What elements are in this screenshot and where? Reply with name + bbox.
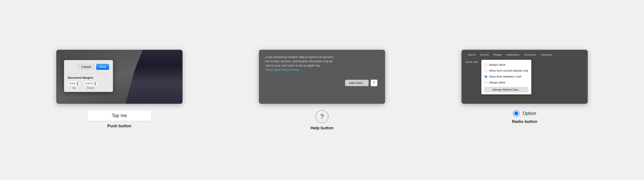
radio-label-always-block: Always block <box>489 63 506 66</box>
cancel-button[interactable]: Cancel <box>78 64 94 70</box>
radio-button-label: Radio button <box>512 119 537 124</box>
apple-pay-content: y use anonymous location data to improve… <box>259 50 385 91</box>
help-button-small[interactable]: ? <box>371 80 378 86</box>
tab-search[interactable]: Search <box>465 52 478 57</box>
apple-pay-link[interactable]: About Apple Pay & Privacy... <box>265 68 301 71</box>
main-container: Cancel Print Document Margins 0.9 in ▲ ▼ <box>0 42 644 138</box>
safari-body: ebsite data: Always block Allow from cur… <box>462 57 588 97</box>
tab-privacy[interactable]: Privacy <box>491 52 504 57</box>
tab-advanced[interactable]: Advanced <box>538 52 554 57</box>
radio-allow-visited[interactable]: Allow from websites I visit <box>484 74 528 80</box>
tap-me-button[interactable]: Tap me <box>87 110 152 121</box>
manage-website-data-button[interactable]: Manage Website Data... <box>484 87 528 92</box>
tab-security[interactable]: Security <box>478 52 491 57</box>
apple-pay-actions: Add Card... ? <box>265 80 379 86</box>
radio-circle-always-block[interactable] <box>484 63 487 66</box>
radio-button-widget[interactable]: Option <box>513 110 536 117</box>
bottom-margin-down[interactable]: ▼ <box>94 84 96 85</box>
radio-circle-allow-visited[interactable] <box>484 75 487 78</box>
bottom-margin-value: 0.97 in <box>86 82 93 85</box>
tab-notifications[interactable]: Notifications <box>504 52 522 57</box>
top-margin-caption: Top <box>72 87 76 89</box>
help-button-widget[interactable]: ? <box>316 110 328 123</box>
print-dialog-screenshot: Cancel Print Document Margins 0.9 in ▲ ▼ <box>56 50 182 104</box>
top-margin-down[interactable]: ▼ <box>77 84 79 85</box>
help-button-label: Help button <box>310 126 334 130</box>
dialog-button-row: Cancel Print <box>68 64 109 70</box>
push-button-column: Cancel Print Document Margins 0.9 in ▲ ▼ <box>26 50 213 128</box>
top-margin-stepper[interactable]: ▲ ▼ <box>77 82 79 85</box>
safari-prefs-screenshot: Search Security Privacy Notifications Ex… <box>462 50 588 104</box>
tab-extensions[interactable]: Extensions <box>522 52 538 57</box>
radio-label-always-allow: Always allow <box>489 81 505 84</box>
top-margin-input-wrapper: 0.9 in ▲ ▼ <box>68 81 80 86</box>
help-button-column: y use anonymous location data to improve… <box>228 50 416 130</box>
apple-pay-line3: sent to your card issuer to set up Apple… <box>265 64 320 67</box>
apple-pay-line2: ine number, account, and location inform… <box>265 60 332 63</box>
document-margins-section: Document Margins 0.9 in ▲ ▼ Top <box>68 74 109 89</box>
radio-circle-always-allow[interactable] <box>484 81 487 84</box>
bottom-margin-caption: Bottom <box>87 87 94 89</box>
apple-pay-text: y use anonymous location data to improve… <box>265 55 379 72</box>
radio-button-widget-section: Option Radio button <box>431 110 618 124</box>
top-margin-value: 0.9 in <box>69 82 76 85</box>
radio-button-column: Search Security Privacy Notifications Ex… <box>431 50 618 124</box>
radio-label-allow-current: Allow from current website only <box>489 69 528 72</box>
website-data-label: ebsite data: <box>465 61 478 63</box>
safari-tab-bar: Search Security Privacy Notifications Ex… <box>462 50 588 57</box>
radio-circle-allow-current[interactable] <box>484 69 487 72</box>
bottom-margin-field: 0.97 in ▲ ▼ Bottom <box>84 81 98 89</box>
document-margins-label: Document Margins <box>68 76 109 79</box>
radio-inner-dot <box>514 112 518 115</box>
help-button-widget-section: ? Help button <box>228 110 416 130</box>
print-button[interactable]: Print <box>96 64 109 70</box>
margins-row: 0.9 in ▲ ▼ Top 0.97 in <box>68 81 109 89</box>
push-button-label: Push button <box>107 124 132 128</box>
radio-always-block[interactable]: Always block <box>484 62 528 68</box>
radio-allow-current[interactable]: Allow from current website only <box>484 68 528 74</box>
bottom-margin-up[interactable]: ▲ <box>94 82 96 83</box>
top-margin-field: 0.9 in ▲ ▼ Top <box>68 81 80 89</box>
add-card-button[interactable]: Add Card... <box>345 80 369 86</box>
radio-always-allow[interactable]: Always allow <box>484 80 528 85</box>
radio-label-allow-visited: Allow from websites I visit <box>489 75 522 78</box>
mountain-background <box>126 50 182 104</box>
radio-outer-ring <box>513 110 520 117</box>
radio-option-label: Option <box>522 111 536 116</box>
bottom-margin-input-wrapper: 0.97 in ▲ ▼ <box>84 81 98 86</box>
radio-dropdown: Always block Allow from current website … <box>481 60 531 94</box>
apple-pay-line1: y use anonymous location data to improve… <box>265 55 334 59</box>
bottom-margin-stepper[interactable]: ▲ ▼ <box>94 82 96 85</box>
top-margin-up[interactable]: ▲ <box>77 82 79 83</box>
print-dialog: Cancel Print Document Margins 0.9 in ▲ ▼ <box>64 60 113 92</box>
apple-pay-screenshot: y use anonymous location data to improve… <box>259 50 385 104</box>
push-button-widget-section: Tap me Push button <box>26 110 213 128</box>
